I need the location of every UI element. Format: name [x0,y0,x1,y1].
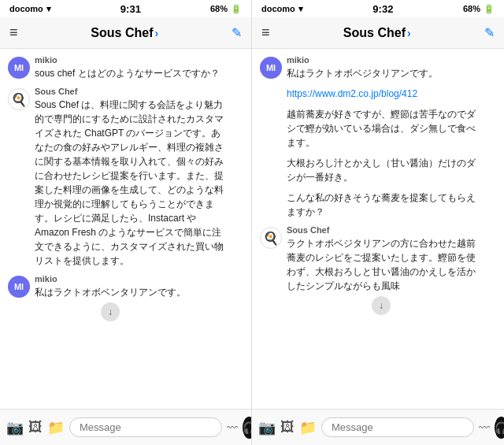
battery-right: 68% [463,4,480,13]
panel-left: docomo ▾ 9:31 68% 🔋 ≡ Sous Chef › ✎ MI m… [0,0,252,445]
nav-bar-left: ≡ Sous Chef › ✎ [0,17,251,49]
message-bubble: Sous Chef Sous Chef は、料理に関する会話をより魅力的で専門的… [35,87,224,268]
sender-name: mikio [287,55,438,65]
avatar-mikio-1: MI [8,57,30,79]
menu-icon-right[interactable]: ≡ [261,24,270,41]
scroll-down-button-right[interactable]: ↓ [372,296,391,315]
scroll-down-button[interactable]: ↓ [101,302,120,321]
sender-name: Sous Chef [287,225,476,235]
signal-icon: ▾ [46,4,51,14]
headphone-icon-right[interactable]: 🎧 [495,417,504,439]
bubble-text: 大根おろし汁とかえし（甘い醤油）だけのダシが一番好き。 [287,156,476,184]
chat-area-right: MI mikio 私はラクトオボベジタリアンです。 https://www.dm… [252,49,504,409]
folder-icon-right[interactable]: 📁 [299,419,317,436]
camera-icon-right[interactable]: 📷 [258,419,276,436]
message-row: 越前蕎麦が好きですが、鰹節は苦手なのでダシで鰹が効いている場合は、ダシ無しで食べ… [260,107,496,150]
avatar-souschef-r1: 🍳 [260,227,282,249]
nav-chevron-right[interactable]: › [407,27,411,39]
message-row: https://www.dm2.co.jp/blog/412 [260,87,496,101]
carrier-right: docomo [261,4,295,13]
message-bubble: mikio 私はラクトオボベジタリアンです。 [287,55,438,80]
message-bubble: 越前蕎麦が好きですが、鰹節は苦手なのでダシで鰹が効いている場合は、ダシ無しで食べ… [287,107,476,150]
message-bubble: mikio 私はラクトオボベンタリアンです。 ↓ [35,274,186,324]
folder-icon-left[interactable]: 📁 [47,419,65,436]
bubble-text: sous chef とはどのようなサービスですか？ [35,66,220,80]
photo-icon-right[interactable]: 🖼 [280,419,295,436]
avatar-mikio-2: MI [8,276,30,298]
carrier-left: docomo [9,4,43,13]
message-input-left[interactable] [69,417,222,437]
avatar-mikio-r1: MI [260,57,282,79]
battery-icon-left: 🔋 [231,4,242,14]
message-row: 🍳 Sous Chef ラクトオボベジタリアンの方に合わせた越前蕎麦のレシピをご… [260,225,496,318]
sender-name: mikio [35,274,186,284]
nav-title-right: Sous Chef › [343,26,411,40]
menu-icon-left[interactable]: ≡ [9,24,18,41]
bubble-text: Sous Chef は、料理に関する会話をより魅力的で専門的にするために設計され… [35,98,224,268]
mic-wave-icon-left[interactable]: 〰 [227,421,238,434]
status-bar-left: docomo ▾ 9:31 68% 🔋 [0,0,251,17]
link[interactable]: https://www.dm2.co.jp/blog/412 [287,88,417,99]
bubble-text: ラクトオボベジタリアンの方に合わせた越前蕎麦のレシピをご提案いたします。鰹節を使… [287,236,476,293]
battery-left: 68% [210,4,228,13]
input-bar-right: 📷 🖼 📁 〰 🎧 [252,409,504,445]
bubble-text: 越前蕎麦が好きですが、鰹節は苦手なのでダシで鰹が効いている場合は、ダシ無しで食べ… [287,107,476,150]
sender-name: mikio [35,55,220,65]
bubble-text: https://www.dm2.co.jp/blog/412 [287,87,417,101]
message-row: 🍳 Sous Chef Sous Chef は、料理に関する会話をより魅力的で専… [8,87,243,268]
nav-bar-right: ≡ Sous Chef › ✎ [252,17,504,49]
message-bubble: こんな私の好きそうな蕎麦を提案してもらえますか？ [287,191,476,219]
signal-icon-right: ▾ [298,4,303,14]
message-row: MI mikio sous chef とはどのようなサービスですか？ [8,55,243,80]
bubble-text: 私はラクトオボベンタリアンです。 [35,285,186,299]
message-input-right[interactable] [321,417,474,437]
edit-icon-right[interactable]: ✎ [484,25,495,40]
status-bar-right: docomo ▾ 9:32 68% 🔋 [252,0,504,17]
message-bubble: mikio sous chef とはどのようなサービスですか？ [35,55,220,80]
message-bubble: Sous Chef ラクトオボベジタリアンの方に合わせた越前蕎麦のレシピをご提案… [287,225,476,318]
battery-icon-right: 🔋 [484,4,495,14]
bubble-text: 私はラクトオボベジタリアンです。 [287,66,438,80]
panel-right: docomo ▾ 9:32 68% 🔋 ≡ Sous Chef › ✎ MI m… [252,0,504,445]
time-right: 9:32 [372,3,393,15]
nav-chevron-left[interactable]: › [154,27,158,39]
avatar-souschef-1: 🍳 [8,88,30,110]
camera-icon-left[interactable]: 📷 [6,419,24,436]
edit-icon-left[interactable]: ✎ [232,25,242,40]
message-bubble: https://www.dm2.co.jp/blog/412 [287,87,417,101]
message-row: 大根おろし汁とかえし（甘い醤油）だけのダシが一番好き。 [260,156,496,184]
chat-area-left: MI mikio sous chef とはどのようなサービスですか？ 🍳 Sou… [0,49,251,409]
mic-wave-icon-right[interactable]: 〰 [479,421,490,434]
sender-name: Sous Chef [35,87,224,96]
input-bar-left: 📷 🖼 📁 〰 🎧 [0,409,251,445]
time-left: 9:31 [120,3,141,15]
headphone-icon-left[interactable]: 🎧 [243,417,252,439]
bubble-text: こんな私の好きそうな蕎麦を提案してもらえますか？ [287,191,476,219]
message-row: こんな私の好きそうな蕎麦を提案してもらえますか？ [260,191,496,219]
photo-icon-left[interactable]: 🖼 [28,419,43,436]
message-bubble: 大根おろし汁とかえし（甘い醤油）だけのダシが一番好き。 [287,156,476,184]
message-row: MI mikio 私はラクトオボベジタリアンです。 [260,55,496,80]
nav-title-left: Sous Chef › [91,26,158,40]
message-row: MI mikio 私はラクトオボベンタリアンです。 ↓ [8,274,243,324]
